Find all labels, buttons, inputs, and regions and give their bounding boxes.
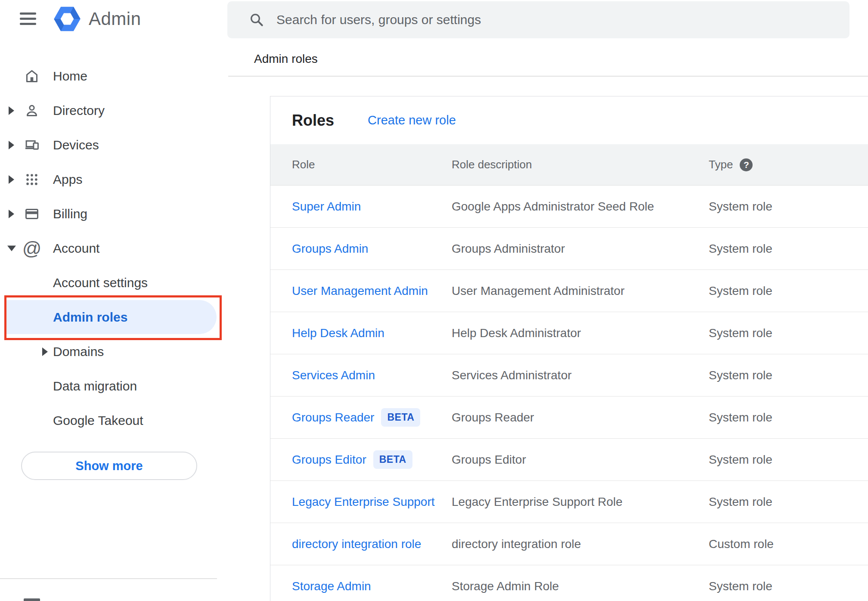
collapse-arrow-icon[interactable] <box>7 246 16 251</box>
table-row: Groups ReaderBETAGroups ReaderSystem rol… <box>270 397 868 439</box>
sidebar-item-label: Apps <box>53 172 82 187</box>
sidebar-item-label: Home <box>53 69 87 84</box>
role-type: System role <box>709 326 868 340</box>
create-new-role-link[interactable]: Create new role <box>368 113 456 127</box>
sidebar-item-directory[interactable]: Directory <box>0 93 228 128</box>
role-type: System role <box>709 411 868 424</box>
role-link[interactable]: directory integration role <box>292 537 421 551</box>
show-more-button[interactable]: Show more <box>21 452 197 480</box>
column-type: Type <box>709 158 733 171</box>
show-more-label: Show more <box>75 459 143 473</box>
sidebar-item-home[interactable]: Home <box>0 59 228 93</box>
role-link[interactable]: Legacy Enterprise Support <box>292 495 435 509</box>
search-input[interactable] <box>276 12 793 27</box>
table-row: Help Desk AdminHelp Desk AdministratorSy… <box>270 312 868 354</box>
type-help-icon[interactable]: ? <box>740 158 753 171</box>
role-description: Help Desk Administrator <box>452 326 709 340</box>
table-row: Services AdminServices AdministratorSyst… <box>270 354 868 397</box>
sidebar-item-billing[interactable]: Billing <box>0 197 228 231</box>
role-link[interactable]: Storage Admin <box>292 579 371 593</box>
role-type: System role <box>709 495 868 509</box>
person-icon <box>24 103 40 118</box>
role-link[interactable]: Services Admin <box>292 369 375 382</box>
table-row: User Management AdminUser Management Adm… <box>270 270 868 312</box>
table-row: Groups EditorBETAGroups EditorSystem rol… <box>270 439 868 481</box>
role-description: Groups Administrator <box>452 242 709 256</box>
sidebar-item-data-migration[interactable]: Data migration <box>0 369 228 403</box>
role-description: Google Apps Administrator Seed Role <box>452 200 709 214</box>
expand-arrow-icon[interactable] <box>42 347 48 356</box>
roles-table-header: Role Role description Type ? <box>270 144 868 186</box>
sidebar-item-label: Domains <box>53 344 104 359</box>
table-row: Groups AdminGroups AdministratorSystem r… <box>270 228 868 270</box>
sidebar-item-domains[interactable]: Domains <box>0 335 228 369</box>
billing-card-icon <box>24 206 40 222</box>
table-row: Super AdminGoogle Apps Administrator See… <box>270 186 868 228</box>
header-divider <box>228 76 868 77</box>
role-type: System role <box>709 453 868 467</box>
search-icon <box>249 12 264 28</box>
role-type: System role <box>709 369 868 382</box>
sidebar-item-admin-roles[interactable]: Admin roles <box>0 300 228 335</box>
expand-arrow-icon[interactable] <box>9 106 14 115</box>
app-title: Admin <box>89 9 141 29</box>
sidebar-item-account-settings[interactable]: Account settings <box>0 266 228 300</box>
at-icon: @ <box>24 241 40 256</box>
sidebar-item-apps[interactable]: Apps <box>0 162 228 197</box>
table-row: directory integration roledirectory inte… <box>270 523 868 565</box>
role-description: User Management Administrator <box>452 284 709 298</box>
sidebar-item-account[interactable]: @Account <box>0 231 228 266</box>
beta-badge: BETA <box>373 450 412 469</box>
sidebar-item-label: Google Takeout <box>53 413 143 428</box>
role-description: Legacy Enterprise Support Role <box>452 495 709 509</box>
role-description: Groups Editor <box>452 453 709 467</box>
role-type: System role <box>709 579 868 593</box>
role-description: Groups Reader <box>452 411 709 424</box>
expand-arrow-icon[interactable] <box>9 175 14 184</box>
home-icon <box>24 68 40 84</box>
role-link[interactable]: User Management Admin <box>292 284 428 298</box>
beta-badge: BETA <box>381 408 420 427</box>
expand-arrow-icon[interactable] <box>9 141 14 149</box>
column-role: Role <box>292 158 452 171</box>
role-type: System role <box>709 284 868 298</box>
breadcrumb: Admin roles <box>254 52 318 66</box>
admin-logo: Admin <box>53 5 141 33</box>
roles-panel: Roles Create new role Role Role descript… <box>270 96 868 601</box>
sidebar-divider <box>0 578 217 579</box>
sidebar-item-google-takeout[interactable]: Google Takeout <box>0 403 228 438</box>
role-description: Storage Admin Role <box>452 579 709 593</box>
clipped-sidebar-icon <box>24 598 40 601</box>
devices-icon <box>24 137 40 153</box>
role-description: Services Administrator <box>452 369 709 382</box>
sidebar-item-label: Billing <box>53 207 87 221</box>
column-role-description: Role description <box>452 158 709 171</box>
roles-table-body: Super AdminGoogle Apps Administrator See… <box>270 186 868 601</box>
sidebar-item-label: Directory <box>53 103 105 118</box>
sidebar-item-label: Devices <box>53 138 99 152</box>
role-link[interactable]: Super Admin <box>292 200 361 214</box>
role-description: directory integration role <box>452 537 709 551</box>
roles-title: Roles <box>292 112 334 130</box>
menu-icon[interactable] <box>20 12 36 25</box>
sidebar-item-label: Account settings <box>53 276 148 290</box>
expand-arrow-icon[interactable] <box>9 210 14 218</box>
role-type: System role <box>709 200 868 214</box>
table-row: Legacy Enterprise SupportLegacy Enterpri… <box>270 481 868 523</box>
role-link[interactable]: Groups Admin <box>292 242 368 256</box>
role-type: Custom role <box>709 537 868 551</box>
sidebar-item-label: Admin roles <box>53 310 127 325</box>
search-bar[interactable] <box>227 1 849 38</box>
apps-grid-icon <box>24 172 40 187</box>
sidebar-item-label: Account <box>53 241 99 256</box>
role-link[interactable]: Groups Reader <box>292 411 374 424</box>
role-link[interactable]: Help Desk Admin <box>292 326 384 340</box>
sidebar-item-label: Data migration <box>53 379 137 393</box>
admin-hexagon-icon <box>53 5 81 33</box>
sidebar-item-devices[interactable]: Devices <box>0 128 228 162</box>
sidebar: HomeDirectoryDevicesAppsBilling@AccountA… <box>0 59 228 438</box>
role-type: System role <box>709 242 868 256</box>
table-row: Storage AdminStorage Admin RoleSystem ro… <box>270 565 868 601</box>
at-glyph: @ <box>22 241 42 256</box>
role-link[interactable]: Groups Editor <box>292 453 366 467</box>
